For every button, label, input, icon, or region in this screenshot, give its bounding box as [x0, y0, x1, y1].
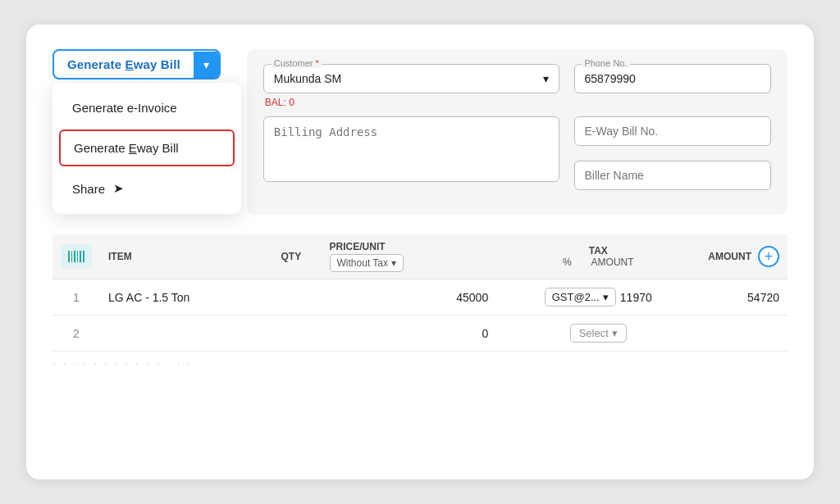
add-row-button[interactable]: +: [758, 246, 779, 267]
customer-chevron-icon: ▾: [543, 72, 549, 85]
balance-text: BAL: 0: [265, 97, 559, 108]
row1-tax: GST@2... ▾ 11970: [496, 279, 700, 316]
dropdown-item-eway[interactable]: Generate Eway Bill: [59, 129, 235, 166]
main-card: Generate Eway Bill ▾ Generate e-Invoice …: [26, 25, 814, 479]
svg-rect-4: [80, 251, 81, 262]
row2-select-label: Select: [579, 327, 609, 339]
form-row-1: Customer * Mukunda SM ▾ BAL: 0 Phone No.: [263, 64, 771, 108]
svg-rect-3: [77, 251, 78, 262]
form-section: Customer * Mukunda SM ▾ BAL: 0 Phone No.: [247, 49, 788, 215]
billing-address-input[interactable]: [263, 116, 559, 182]
customer-label: Customer *: [272, 58, 322, 68]
price-type-select[interactable]: Without Tax ▾: [330, 254, 404, 272]
row2-num: 2: [52, 316, 100, 352]
row1-gst-chevron-icon: ▾: [603, 291, 609, 303]
row2-tax-select[interactable]: Select ▾: [570, 324, 627, 343]
items-table: ITEM QTY PRICE/UNIT Without Tax ▾: [52, 234, 788, 352]
phone-group: Phone No.: [574, 64, 771, 108]
top-section: Generate Eway Bill ▾ Generate e-Invoice …: [52, 49, 788, 215]
row2-select-chevron-icon: ▾: [612, 327, 618, 339]
row2-qty[interactable]: [261, 316, 321, 352]
svg-rect-0: [68, 251, 70, 262]
phone-label: Phone No.: [582, 58, 630, 68]
th-qty: QTY: [261, 234, 321, 279]
th-price-unit: PRICE/UNIT Without Tax ▾: [322, 234, 497, 279]
row2-item[interactable]: [100, 316, 261, 352]
biller-name-input[interactable]: [574, 161, 771, 190]
th-item: ITEM: [100, 234, 261, 279]
row2-price: 0: [322, 316, 497, 352]
row1-gst-label: GST@2...: [552, 291, 600, 303]
barcode-icon: [61, 244, 92, 269]
main-button-chevron-icon[interactable]: ▾: [194, 52, 219, 78]
right-form-group: [574, 116, 771, 190]
main-button-label: Generate Eway Bill: [54, 51, 194, 78]
form-row-2: [263, 116, 771, 190]
customer-group: Customer * Mukunda SM ▾ BAL: 0: [263, 64, 559, 108]
share-icon: ➤: [113, 181, 124, 196]
row1-price: 45000: [322, 279, 497, 316]
price-type-chevron-icon: ▾: [391, 257, 396, 269]
dropdown-item-einvoice[interactable]: Generate e-Invoice: [52, 89, 241, 126]
dropdown-menu: Generate e-Invoice Generate Eway Bill Sh…: [52, 83, 241, 214]
dropdown-area: Generate Eway Bill ▾ Generate e-Invoice …: [52, 49, 221, 79]
phone-input[interactable]: [574, 64, 771, 93]
billing-address-group: [263, 116, 559, 190]
eway-bill-input[interactable]: [574, 116, 771, 146]
row1-qty[interactable]: [261, 279, 321, 316]
row1-num: 1: [52, 279, 100, 316]
th-amount: AMOUNT +: [700, 234, 788, 279]
customer-value: Mukunda SM: [274, 72, 341, 85]
row1-gst-select[interactable]: GST@2... ▾: [545, 288, 616, 306]
customer-select[interactable]: Mukunda SM ▾: [263, 64, 559, 93]
row2-amount: [700, 316, 788, 352]
row1-tax-amount: 11970: [619, 291, 652, 304]
svg-rect-5: [83, 251, 84, 262]
dots-row: · · · · · · · · · · · · · ·: [52, 352, 788, 370]
svg-rect-2: [74, 251, 75, 262]
row1-amount: 54720: [700, 279, 788, 316]
row1-item: LG AC - 1.5 Ton: [100, 279, 261, 316]
th-barcode: [52, 234, 100, 279]
th-tax: TAX % AMOUNT: [496, 234, 700, 279]
row2-tax: Select ▾: [496, 316, 700, 352]
table-row: 2 0 Select ▾: [52, 316, 788, 352]
table-row: 1 LG AC - 1.5 Ton 45000 GST@2... ▾ 11970: [52, 279, 788, 316]
main-button[interactable]: Generate Eway Bill ▾: [52, 49, 221, 79]
table-section: ITEM QTY PRICE/UNIT Without Tax ▾: [52, 234, 788, 370]
svg-rect-1: [71, 251, 72, 262]
dropdown-item-share[interactable]: Share ➤: [52, 170, 241, 207]
